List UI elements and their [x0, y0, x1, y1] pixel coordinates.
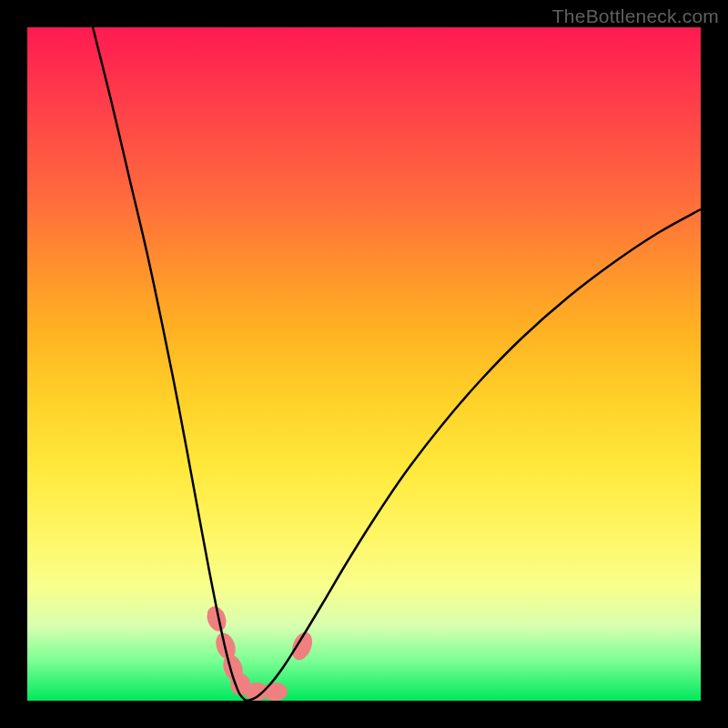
- left-curve: [93, 27, 248, 701]
- blob-point: [262, 682, 288, 701]
- blob-point: [288, 629, 317, 662]
- bottom-blob-cluster: [204, 603, 316, 701]
- chart-frame: TheBottleneck.com: [0, 0, 728, 728]
- right-curve: [248, 209, 701, 701]
- chart-plot-area: [27, 27, 701, 701]
- watermark-text: TheBottleneck.com: [552, 5, 719, 27]
- chart-svg: [27, 27, 701, 701]
